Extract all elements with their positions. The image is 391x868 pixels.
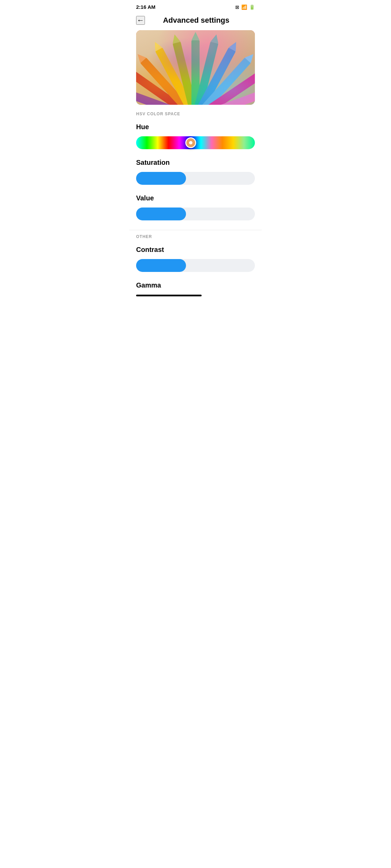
- contrast-slider[interactable]: [136, 259, 255, 272]
- value-slider[interactable]: [136, 208, 255, 220]
- battery-icon: 🔋: [249, 4, 255, 10]
- contrast-label: Contrast: [136, 246, 255, 254]
- status-bar: 2:16 AM ⊠ 📶 🔋: [129, 0, 262, 13]
- status-time: 2:16 AM: [136, 4, 155, 10]
- gamma-label: Gamma: [136, 281, 255, 289]
- saturation-slider[interactable]: [136, 172, 255, 185]
- header: ← Advanced settings: [129, 13, 262, 30]
- page-title: Advanced settings: [150, 16, 242, 25]
- hue-thumb[interactable]: [185, 137, 196, 148]
- camera-icon: ⊠: [235, 4, 239, 10]
- value-label: Value: [136, 194, 255, 202]
- gamma-bar[interactable]: [136, 295, 202, 296]
- saturation-fill: [136, 172, 186, 185]
- hue-thumb-inner: [189, 141, 192, 144]
- wifi-icon: 📶: [241, 4, 247, 10]
- other-section-label: OTHER: [129, 233, 262, 243]
- back-button[interactable]: ←: [136, 16, 145, 25]
- contrast-section: Contrast: [129, 243, 262, 279]
- value-fill: [136, 208, 186, 220]
- hue-slider[interactable]: [136, 136, 255, 149]
- hue-section: Hue: [129, 120, 262, 156]
- value-section: Value: [129, 192, 262, 227]
- contrast-fill: [136, 259, 186, 272]
- hue-label: Hue: [136, 123, 255, 131]
- gamma-section: Gamma: [129, 279, 262, 303]
- section-divider: [129, 230, 262, 230]
- saturation-section: Saturation: [129, 156, 262, 192]
- saturation-label: Saturation: [136, 159, 255, 166]
- hsv-section-label: HSV COLOR SPACE: [129, 110, 262, 120]
- preview-image: [136, 30, 255, 105]
- status-icons: ⊠ 📶 🔋: [235, 4, 255, 10]
